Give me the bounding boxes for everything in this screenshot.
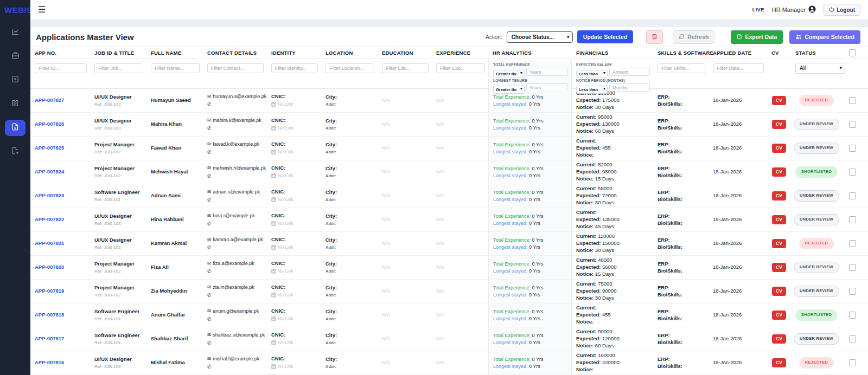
total-experience-op-select[interactable]: Greater tha xyxy=(493,70,525,78)
filter-identity-input[interactable] xyxy=(271,63,318,73)
sidebar-item-applications[interactable] xyxy=(5,120,25,136)
user-name: HR Manager xyxy=(772,7,806,13)
filter-skills-input[interactable] xyxy=(658,63,705,73)
row-select-checkbox[interactable] xyxy=(849,145,856,152)
longest-tenure-op-select[interactable]: Greater tha xyxy=(493,86,525,94)
candidate-email[interactable]: fiza.a@example.pk xyxy=(213,260,254,267)
candidate-email[interactable]: mahira.k@example.pk xyxy=(213,117,261,124)
logout-button[interactable]: Logout xyxy=(824,4,860,16)
application-link[interactable]: APP-007819 xyxy=(35,288,64,294)
expected-salary-value: 120000 xyxy=(602,335,620,341)
longest-stayed-label: Longest stayed: xyxy=(493,221,528,226)
candidate-email[interactable]: mishal.f@example.pk xyxy=(213,355,259,362)
sidebar-item-jobs[interactable] xyxy=(5,48,25,64)
sidebar-item-analytics[interactable] xyxy=(5,24,25,41)
table-body: APP-007827 UI/UX Designer Ref: JOB-103 H… xyxy=(30,89,868,375)
application-link[interactable]: APP-007826 xyxy=(35,121,64,127)
cv-button[interactable]: CV xyxy=(772,96,786,105)
filter-location-input[interactable] xyxy=(326,63,374,73)
select-all-checkbox[interactable] xyxy=(849,49,856,56)
row-select-checkbox[interactable] xyxy=(849,192,856,199)
application-link[interactable]: APP-007827 xyxy=(35,97,64,103)
candidate-email[interactable]: hina.r@example.pk xyxy=(213,212,255,219)
erp-label: ERP: xyxy=(658,141,704,148)
filter-contact-input[interactable] xyxy=(207,63,264,73)
row-select-checkbox[interactable] xyxy=(849,359,856,366)
filter-job-input[interactable] xyxy=(94,63,143,73)
filter-name-input[interactable] xyxy=(151,63,200,73)
compare-selected-button[interactable]: Compare Selected xyxy=(789,30,860,44)
update-selected-button[interactable]: Update Selected xyxy=(577,30,634,43)
row-select-checkbox[interactable] xyxy=(849,97,856,104)
col-header-identity: IDENTITY xyxy=(267,50,321,56)
row-select-checkbox[interactable] xyxy=(849,288,856,295)
sidebar-item-edit[interactable] xyxy=(5,96,25,112)
status-filter-select[interactable]: All xyxy=(795,63,845,74)
application-link[interactable]: APP-007818 xyxy=(35,312,64,318)
cv-button[interactable]: CV xyxy=(772,120,786,129)
linkedin-icon: in xyxy=(271,102,276,107)
application-link[interactable]: APP-007816 xyxy=(35,359,64,365)
cv-button[interactable]: CV xyxy=(772,215,786,224)
choose-status-select[interactable]: Choose Status... xyxy=(507,31,573,43)
cnic-label: CNIC: xyxy=(271,236,317,243)
cv-button[interactable]: CV xyxy=(772,334,786,344)
application-link[interactable]: APP-007817 xyxy=(35,335,64,341)
applied-date: 18-Jan-2026 xyxy=(709,240,767,247)
row-select-checkbox[interactable] xyxy=(849,312,856,319)
candidate-email[interactable]: adnan.s@example.pk xyxy=(213,189,260,195)
candidate-email[interactable]: fawad.k@example.pk xyxy=(213,141,259,147)
cv-button[interactable]: CV xyxy=(772,167,786,177)
total-experience-filter-label: TOTAL EXPERIENCE xyxy=(493,63,568,67)
candidate-email[interactable]: shahbaz.s@example.pk xyxy=(213,332,265,338)
expected-salary-op-select[interactable]: Less than xyxy=(576,70,608,78)
candidate-email[interactable]: kamran.a@example.pk xyxy=(213,236,263,243)
row-select-checkbox[interactable] xyxy=(849,240,856,247)
current-salary-value: 90000 xyxy=(598,328,612,334)
application-link[interactable]: APP-007825 xyxy=(35,145,64,151)
filter-id-input[interactable] xyxy=(35,63,87,73)
cv-button[interactable]: CV xyxy=(772,144,786,153)
cv-button[interactable]: CV xyxy=(772,263,786,272)
application-link[interactable]: APP-007823 xyxy=(35,192,64,198)
cv-button[interactable]: CV xyxy=(772,239,786,248)
application-link[interactable]: APP-007820 xyxy=(35,264,64,270)
expected-salary-amount-input[interactable] xyxy=(609,68,650,76)
filter-exp-input[interactable] xyxy=(436,63,485,73)
col-header-app-no: APP NO. xyxy=(30,50,90,56)
row-select-checkbox[interactable] xyxy=(849,264,856,271)
candidate-email[interactable]: zia.m@example.pk xyxy=(213,284,254,290)
application-link[interactable]: APP-007822 xyxy=(35,216,64,222)
refresh-label: Refresh xyxy=(687,34,709,40)
application-link[interactable]: APP-007824 xyxy=(35,169,64,174)
row-select-checkbox[interactable] xyxy=(849,216,856,223)
cv-button[interactable]: CV xyxy=(772,287,786,296)
linkedin-icon: in xyxy=(271,197,276,202)
candidate-email[interactable]: mehwish.h@example.pk xyxy=(213,165,266,171)
candidate-email[interactable]: humayun.s@example.pk xyxy=(213,93,266,100)
expected-salary-value: 130000 xyxy=(602,121,620,127)
filter-edu-input[interactable] xyxy=(382,63,429,73)
refresh-button[interactable]: Refresh xyxy=(673,30,714,44)
candidate-email[interactable]: anum.g@example.pk xyxy=(213,308,259,314)
current-salary-label: Current: xyxy=(576,257,596,263)
user-menu[interactable]: HR Manager xyxy=(772,5,816,14)
expected-salary-label: Expected: xyxy=(576,240,601,246)
cv-button[interactable]: CV xyxy=(772,191,786,201)
bio-skills-label: Bio/Skills: xyxy=(658,220,704,227)
total-experience-years-input[interactable] xyxy=(526,68,568,76)
filter-date-input[interactable] xyxy=(713,63,764,73)
sidebar-item-reports[interactable] xyxy=(5,144,25,160)
row-select-checkbox[interactable] xyxy=(849,169,856,176)
linkedin-icon: in xyxy=(271,340,276,345)
row-select-checkbox[interactable] xyxy=(849,335,856,342)
application-link[interactable]: APP-007821 xyxy=(35,240,64,246)
export-data-button[interactable]: Export Data xyxy=(731,30,783,44)
delete-button[interactable] xyxy=(646,30,663,44)
row-select-checkbox[interactable] xyxy=(849,121,856,128)
notice-period-op-select[interactable]: Less than xyxy=(576,86,608,94)
cv-button[interactable]: CV xyxy=(772,311,786,320)
cv-button[interactable]: CV xyxy=(772,358,786,367)
hamburger-menu-icon[interactable]: ☰ xyxy=(38,5,46,14)
sidebar-item-add[interactable] xyxy=(5,72,25,88)
